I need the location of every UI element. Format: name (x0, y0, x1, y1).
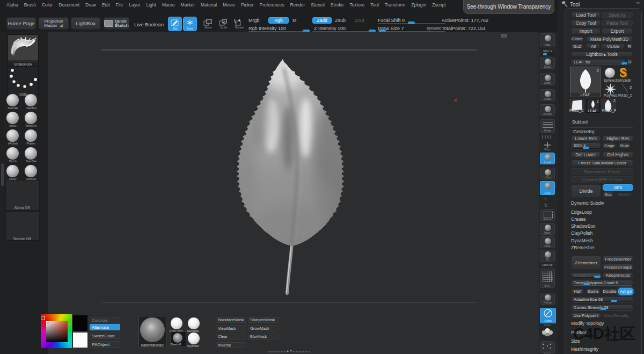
svg-text:▾: ▾ (543, 346, 544, 350)
svg-text:▾: ▾ (550, 346, 551, 350)
svg-text:▴: ▴ (543, 342, 544, 345)
svg-text:▴: ▴ (550, 342, 551, 345)
svg-text:Edit: Edit (173, 27, 178, 30)
svg-text:Draw: Draw (187, 27, 193, 30)
